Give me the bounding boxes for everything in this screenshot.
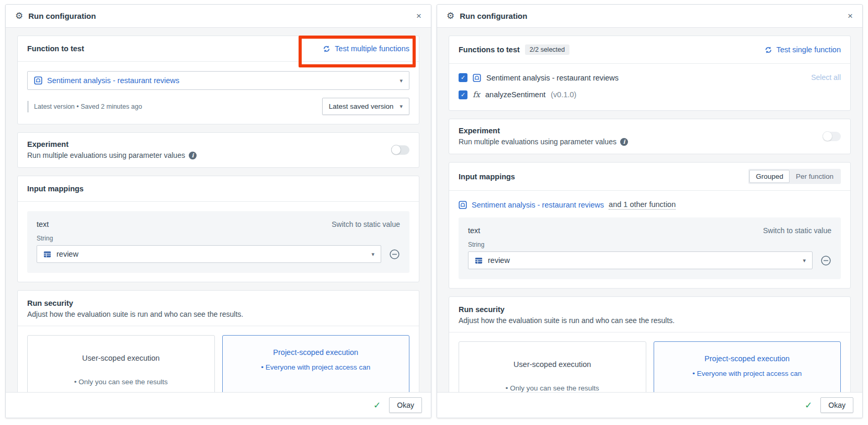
grouped-segment[interactable]: Grouped: [749, 170, 790, 183]
comparison-stage: ⚙ Run configuration × Function to test: [0, 0, 868, 422]
remove-mapping-button[interactable]: [820, 255, 831, 266]
dialog-footer: ✓ Okay: [437, 392, 862, 418]
mapping-value-select[interactable]: review ▾: [37, 245, 381, 263]
chevron-down-icon: ▾: [399, 77, 403, 84]
checkbox-checked[interactable]: ✓: [459, 73, 467, 82]
field-type-label: String: [37, 235, 400, 242]
divider: [18, 326, 419, 326]
evaluation-suite-icon: [459, 201, 467, 209]
selected-function-label: Sentiment analysis - restaurant reviews: [47, 76, 179, 85]
toggle-knob: [391, 145, 401, 155]
function-list-item: ✓ fx analyzeSentiment (v0.1.0): [459, 88, 841, 101]
selected-count-badge: 2/2 selected: [525, 44, 569, 55]
chevron-down-icon: ▾: [803, 257, 806, 264]
okay-button[interactable]: Okay: [820, 397, 853, 413]
experiment-description-row: Run multiple evaluations using parameter…: [27, 151, 197, 159]
dialog-footer: ✓ Okay: [6, 392, 431, 418]
gear-icon: ⚙: [15, 12, 23, 20]
input-mappings-title: Input mappings: [459, 173, 515, 181]
run-configuration-dialog-left: ⚙ Run configuration × Function to test: [5, 4, 431, 418]
close-icon[interactable]: ×: [416, 12, 421, 20]
mapping-value-select[interactable]: review ▾: [468, 251, 813, 269]
dialog-body: Functions to test 2/2 selected Test sing…: [437, 28, 862, 418]
function-item-label: Sentiment analysis - restaurant reviews: [486, 74, 619, 82]
dialog-title: Run configuration: [28, 12, 96, 20]
minus-circle-icon: [820, 255, 831, 266]
mapping-value-label: review: [56, 250, 78, 258]
field-name: text: [468, 226, 480, 235]
input-mappings-header: Input mappings: [18, 176, 419, 202]
experiment-title: Experiment: [27, 140, 197, 148]
experiment-toggle[interactable]: [823, 132, 841, 141]
mapping-field-card: text Switch to static value String: [459, 217, 841, 279]
user-scoped-bullet: • Only you can see the results: [459, 384, 646, 392]
switch-to-static-link[interactable]: Switch to static value: [332, 220, 400, 228]
field-type-label: String: [468, 241, 831, 248]
info-icon[interactable]: i: [189, 152, 197, 159]
grouped-function-link[interactable]: Sentiment analysis - restaurant reviews: [472, 201, 604, 209]
test-multiple-functions-link[interactable]: Test multiple functions: [323, 44, 409, 53]
mapping-field-row: text Switch to static value: [37, 220, 400, 228]
input-mappings-content: text Switch to static value String: [18, 202, 419, 282]
function-list-item: ✓ Sentiment analysis - restaurant review…: [459, 71, 841, 84]
mapping-value-label: review: [488, 256, 510, 265]
experiment-description: Run multiple evaluations using parameter…: [27, 151, 185, 159]
user-scoped-label: User-scoped execution: [28, 354, 214, 362]
input-mappings-card: Input mappings text Switch to static val…: [17, 176, 419, 282]
run-security-title: Run security: [459, 305, 841, 314]
gear-icon: ⚙: [447, 12, 454, 20]
mapping-value-row: review ▾: [37, 245, 400, 263]
user-scoped-bullet: • Only you can see the results: [28, 378, 214, 386]
minus-circle-icon: [389, 249, 400, 260]
function-section-title: Function to test: [27, 44, 84, 53]
functions-card-header: Functions to test 2/2 selected Test sing…: [449, 36, 850, 64]
functions-section-title: Functions to test: [459, 45, 520, 54]
select-all-link[interactable]: Select all: [811, 73, 841, 82]
close-icon[interactable]: ×: [848, 12, 853, 20]
chevron-down-icon: ▾: [399, 103, 403, 110]
function-item-version: (v0.1.0): [551, 90, 576, 99]
valid-check-icon: ✓: [805, 400, 812, 410]
input-mappings-header: Input mappings Grouped Per function: [449, 163, 850, 191]
function-select[interactable]: Sentiment analysis - restaurant reviews …: [27, 71, 409, 90]
project-scoped-label: Project-scoped execution: [654, 354, 841, 363]
dialog-body: Function to test Test multiple functions: [6, 28, 431, 418]
grouped-functions-link-row: Sentiment analysis - restaurant reviews …: [459, 200, 841, 210]
divider: [449, 332, 850, 332]
mapping-field-card: text Switch to static value String: [27, 211, 409, 273]
experiment-toggle[interactable]: [391, 145, 409, 155]
bullet-icon: •: [692, 370, 695, 377]
input-mappings-card: Input mappings Grouped Per function Sent…: [449, 162, 851, 289]
experiment-description-row: Run multiple evaluations using parameter…: [459, 137, 628, 146]
info-icon[interactable]: i: [620, 138, 628, 146]
chevron-down-icon: ▾: [371, 251, 374, 258]
okay-button[interactable]: Okay: [389, 397, 422, 413]
input-mappings-title: Input mappings: [27, 185, 84, 193]
switch-to-static-link[interactable]: Switch to static value: [763, 226, 831, 235]
refresh-icon: [764, 46, 772, 54]
toggle-knob: [823, 131, 832, 141]
checkbox-checked[interactable]: ✓: [459, 90, 467, 99]
dialog-header: ⚙ Run configuration ×: [6, 5, 431, 28]
run-security-title: Run security: [27, 299, 409, 307]
other-function-link[interactable]: and 1 other function: [609, 200, 676, 210]
run-security-description: Adjust how the evaluation suite is run a…: [459, 316, 841, 325]
bullet-icon: •: [261, 363, 264, 371]
remove-mapping-button[interactable]: [389, 249, 400, 260]
project-scoped-bullet: • Everyone with project access can: [223, 363, 409, 371]
function-fx-icon: fx: [473, 90, 480, 99]
project-scoped-label: Project-scoped execution: [223, 348, 409, 357]
user-scoped-label: User-scoped execution: [459, 360, 646, 369]
column-table-icon: [43, 250, 51, 258]
function-card-content: Sentiment analysis - restaurant reviews …: [18, 62, 419, 124]
evaluation-suite-icon: [34, 76, 42, 85]
version-select[interactable]: Latest saved version ▾: [322, 98, 409, 115]
function-card-header: Function to test Test multiple functions: [18, 36, 419, 62]
mapping-field-row: text Switch to static value: [468, 226, 831, 235]
project-scoped-bullet: • Everyone with project access can: [654, 370, 841, 377]
mapping-view-segmented-control: Grouped Per function: [748, 169, 841, 184]
experiment-text: Experiment Run multiple evaluations usin…: [27, 140, 197, 159]
test-single-function-link[interactable]: Test single function: [764, 45, 841, 54]
per-function-segment[interactable]: Per function: [790, 170, 840, 183]
experiment-title: Experiment: [459, 127, 628, 135]
